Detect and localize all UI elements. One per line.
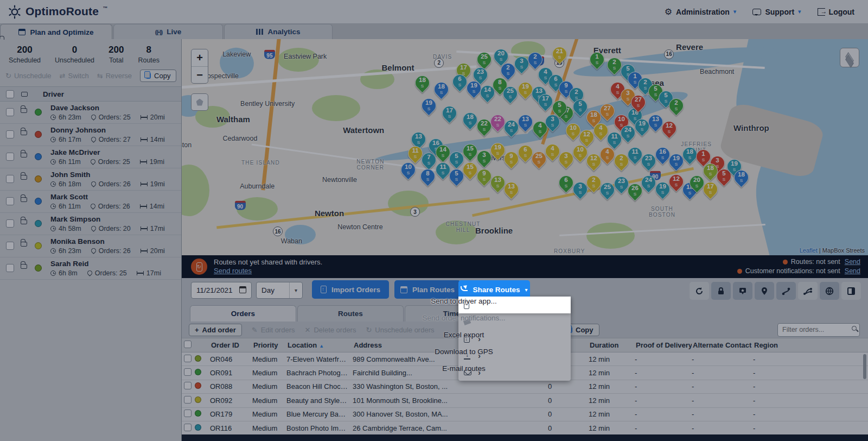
- select-all-checkbox[interactable]: [6, 90, 14, 98]
- main-tab[interactable]: Live: [113, 24, 223, 39]
- column-header[interactable]: Proof of Delivery: [635, 341, 692, 349]
- lock-icon[interactable]: [21, 242, 27, 247]
- leaflet-link[interactable]: Leaflet: [800, 247, 818, 254]
- map[interactable]: LakeviewEastview ParkBelmontDAVISEverett…: [182, 39, 868, 255]
- driver-checkbox[interactable]: [6, 153, 14, 161]
- lock-icon[interactable]: [21, 92, 28, 97]
- unschedule-button[interactable]: ↻Unschedule: [5, 72, 52, 80]
- order-row[interactable]: OR088 Medium Beacon Hill Chocolates... 3…: [182, 380, 868, 394]
- share-routes-button[interactable]: Share Routes▾: [458, 280, 530, 299]
- column-header[interactable]: Order ID: [210, 341, 252, 349]
- driver-row[interactable]: Donny Johnson 6h 17m Orders: 27 14mi: [0, 124, 181, 146]
- main-tab[interactable]: Plan and Optimize: [0, 24, 112, 40]
- order-checkbox[interactable]: [184, 355, 192, 362]
- driver-checkbox[interactable]: [6, 242, 14, 250]
- column-header[interactable]: Priority: [252, 341, 286, 349]
- zoom-out-button[interactable]: −: [192, 66, 208, 83]
- filter-orders-input[interactable]: [777, 323, 860, 337]
- driver-row[interactable]: Mark Simpson 4h 58m Orders: 20 17mi: [0, 213, 181, 235]
- lock-orders-button[interactable]: [711, 282, 731, 300]
- order-row[interactable]: OR179 Medium Blue Mercury Back Bay 300 H…: [182, 408, 868, 421]
- show-markers-button[interactable]: [755, 282, 774, 300]
- copy-routes-button[interactable]: Copy: [140, 70, 176, 82]
- tab-label: Analytics: [267, 28, 300, 36]
- route-paths-button[interactable]: [798, 282, 818, 300]
- map-pin[interactable]: 18S: [412, 73, 432, 93]
- zoom-in-button[interactable]: +: [192, 49, 208, 66]
- map-mode-button[interactable]: [820, 282, 839, 300]
- lock-icon[interactable]: [21, 153, 27, 158]
- map-pin[interactable]: 18S: [431, 79, 452, 100]
- driver-row[interactable]: John Smith 6h 18m Orders: 26 19mi: [0, 168, 181, 191]
- driver-row[interactable]: Mark Scott 6h 11m Orders: 26 14mi: [0, 191, 181, 213]
- order-checkbox[interactable]: [184, 382, 192, 389]
- lock-icon[interactable]: [21, 264, 27, 269]
- show-routes-button[interactable]: [776, 282, 796, 300]
- driver-row[interactable]: Sarah Reid 6h 8m Orders: 25 17mi: [0, 257, 181, 280]
- driver-row[interactable]: Dave Jackson 6h 23m Orders: 25 20mi: [0, 102, 181, 124]
- driver-row[interactable]: Monika Benson 6h 23m Orders: 26 20mi: [0, 235, 181, 257]
- order-checkbox[interactable]: [184, 410, 192, 417]
- order-duration: 12 min: [589, 410, 635, 418]
- customer-status: Customer notifications: not sent: [745, 267, 840, 276]
- column-header[interactable]: Region: [753, 341, 868, 349]
- plan-routes-button[interactable]: Plan Routes: [394, 280, 461, 299]
- column-header[interactable]: Duration: [589, 341, 635, 349]
- column-header[interactable]: [194, 341, 210, 349]
- map-pin[interactable]: 17S: [439, 103, 460, 124]
- polygon-select-button[interactable]: [191, 93, 208, 111]
- order-checkbox[interactable]: [184, 396, 192, 404]
- import-orders-button[interactable]: Import Orders: [312, 280, 389, 299]
- column-header[interactable]: Location▲: [286, 341, 353, 349]
- order-checkbox[interactable]: [184, 424, 192, 431]
- driver-row[interactable]: Jake McDriver 6h 11m Orders: 25 19mi: [0, 146, 181, 168]
- table-scrollbar[interactable]: [863, 354, 866, 379]
- send-routes-link[interactable]: Send routes: [214, 267, 322, 275]
- share-menu-item[interactable]: Excel export ›: [458, 330, 571, 347]
- period-select[interactable]: Day ▾: [256, 282, 303, 299]
- unschedule-orders-button[interactable]: ↻Unschedule orders: [366, 326, 434, 334]
- lock-icon[interactable]: [21, 130, 27, 135]
- order-row[interactable]: OR116 Medium Boston Photo Imaging ... 26…: [182, 421, 868, 435]
- switch-button[interactable]: ⇄Switch: [60, 72, 89, 80]
- driver-checkbox[interactable]: [6, 264, 14, 272]
- lock-icon[interactable]: [21, 219, 27, 224]
- map-pin[interactable]: 19S: [419, 96, 439, 116]
- lock-icon[interactable]: [21, 175, 27, 180]
- column-header[interactable]: Alternate Contact: [692, 341, 753, 349]
- column-header[interactable]: [182, 341, 194, 349]
- map-pin[interactable]: 21S: [549, 43, 570, 64]
- refresh-button[interactable]: [690, 282, 709, 300]
- map-pin[interactable]: 12S: [659, 118, 680, 138]
- driver-checkbox[interactable]: [6, 108, 14, 116]
- order-row[interactable]: OR092 Medium Beauty and Style Cooli... 1…: [182, 394, 868, 407]
- order-checkbox[interactable]: [184, 368, 192, 376]
- customer-send-link[interactable]: Send: [845, 267, 860, 276]
- orders-tab[interactable]: Orders: [190, 305, 296, 322]
- lock-icon[interactable]: [21, 108, 27, 113]
- header-menu-item[interactable]: Support ▾: [752, 8, 801, 16]
- distance-icon: [137, 271, 144, 275]
- share-menu-item[interactable]: Send order notifications...: [458, 313, 571, 330]
- driver-checkbox[interactable]: [6, 197, 14, 205]
- driver-checkbox[interactable]: [6, 219, 14, 228]
- share-menu-item[interactable]: Download to GPS ›: [458, 347, 571, 364]
- poi-labels-button[interactable]: [733, 282, 752, 300]
- driver-checkbox[interactable]: [6, 130, 14, 138]
- routes-send-link[interactable]: Send: [845, 257, 860, 267]
- driver-checkbox[interactable]: [6, 175, 14, 183]
- main-tab[interactable]: Analytics: [224, 24, 333, 39]
- share-menu-item[interactable]: Send to driver app...: [458, 297, 571, 313]
- panel-layout-button[interactable]: [841, 282, 861, 300]
- edit-orders-button[interactable]: ✎Edit orders: [252, 326, 295, 334]
- delete-orders-button[interactable]: ✕Delete orders: [305, 326, 356, 334]
- share-menu-item[interactable]: E-mail routes ›: [458, 364, 571, 381]
- date-input[interactable]: [191, 282, 252, 299]
- add-order-button[interactable]: +Add order: [189, 324, 242, 336]
- lock-icon[interactable]: [21, 197, 27, 202]
- map-layers-button[interactable]: [840, 48, 859, 67]
- reverse-button[interactable]: ⇆Reverse: [97, 72, 132, 80]
- orders-tab[interactable]: Routes: [297, 305, 404, 322]
- header-menu-item[interactable]: Logout: [818, 8, 858, 16]
- header-menu-item[interactable]: ⚙ Administration ▾: [665, 8, 737, 16]
